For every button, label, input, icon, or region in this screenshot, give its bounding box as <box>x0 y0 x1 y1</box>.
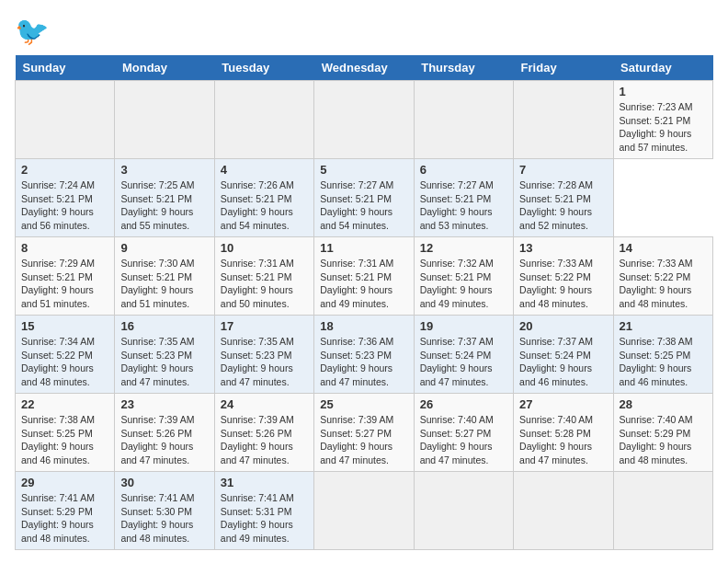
calendar-cell: 31Sunrise: 7:41 AMSunset: 5:31 PMDayligh… <box>214 472 313 550</box>
calendar-cell: 4Sunrise: 7:26 AMSunset: 5:21 PMDaylight… <box>214 159 313 237</box>
calendar-week-4: 22Sunrise: 7:38 AMSunset: 5:25 PMDayligh… <box>16 394 713 472</box>
day-info: Sunrise: 7:25 AMSunset: 5:21 PMDaylight:… <box>120 178 208 233</box>
calendar-cell: 30Sunrise: 7:41 AMSunset: 5:30 PMDayligh… <box>115 472 214 550</box>
day-info: Sunrise: 7:39 AMSunset: 5:27 PMDaylight:… <box>320 413 407 467</box>
calendar-cell: 18Sunrise: 7:36 AMSunset: 5:23 PMDayligh… <box>314 316 414 394</box>
day-number: 12 <box>420 241 507 255</box>
day-number: 11 <box>320 241 407 255</box>
calendar-cell: 10Sunrise: 7:31 AMSunset: 5:21 PMDayligh… <box>214 237 313 316</box>
column-header-sunday: Sunday <box>16 55 115 81</box>
calendar-cell: 15Sunrise: 7:34 AMSunset: 5:22 PMDayligh… <box>16 316 115 394</box>
page-header: 🐦 <box>15 15 713 48</box>
calendar-cell <box>514 472 613 550</box>
day-number: 19 <box>420 319 507 333</box>
calendar-cell <box>214 81 313 159</box>
day-info: Sunrise: 7:41 AMSunset: 5:30 PMDaylight:… <box>120 491 208 546</box>
calendar-cell: 27Sunrise: 7:40 AMSunset: 5:28 PMDayligh… <box>514 394 613 472</box>
column-header-saturday: Saturday <box>613 55 712 81</box>
day-number: 30 <box>120 476 208 489</box>
calendar-cell <box>16 81 115 159</box>
day-number: 23 <box>120 397 208 411</box>
day-info: Sunrise: 7:38 AMSunset: 5:25 PMDaylight:… <box>620 335 707 389</box>
column-header-monday: Monday <box>115 55 214 81</box>
day-info: Sunrise: 7:33 AMSunset: 5:22 PMDaylight:… <box>620 257 707 311</box>
day-info: Sunrise: 7:40 AMSunset: 5:29 PMDaylight:… <box>620 413 707 467</box>
calendar-cell: 6Sunrise: 7:27 AMSunset: 5:21 PMDaylight… <box>414 159 513 237</box>
calendar-cell: 16Sunrise: 7:35 AMSunset: 5:23 PMDayligh… <box>115 316 214 394</box>
calendar-week-3: 15Sunrise: 7:34 AMSunset: 5:22 PMDayligh… <box>16 316 713 394</box>
calendar-cell <box>314 472 414 550</box>
day-info: Sunrise: 7:34 AMSunset: 5:22 PMDaylight:… <box>21 335 108 389</box>
calendar-cell: 14Sunrise: 7:33 AMSunset: 5:22 PMDayligh… <box>613 237 712 316</box>
calendar-cell: 28Sunrise: 7:40 AMSunset: 5:29 PMDayligh… <box>613 394 712 472</box>
day-info: Sunrise: 7:40 AMSunset: 5:27 PMDaylight:… <box>420 413 507 467</box>
column-header-thursday: Thursday <box>414 55 513 81</box>
calendar-cell <box>414 472 513 550</box>
day-number: 10 <box>221 241 308 255</box>
day-number: 25 <box>320 397 407 411</box>
day-number: 7 <box>519 163 607 177</box>
logo-icon: 🐦 <box>15 15 48 48</box>
day-number: 22 <box>21 397 108 411</box>
day-number: 21 <box>620 319 707 333</box>
calendar-cell: 21Sunrise: 7:38 AMSunset: 5:25 PMDayligh… <box>613 316 712 394</box>
calendar-cell: 5Sunrise: 7:27 AMSunset: 5:21 PMDaylight… <box>314 159 414 237</box>
day-info: Sunrise: 7:31 AMSunset: 5:21 PMDaylight:… <box>320 257 407 311</box>
day-number: 15 <box>21 319 108 333</box>
day-number: 5 <box>320 163 407 177</box>
day-number: 3 <box>120 163 208 177</box>
calendar-table: SundayMondayTuesdayWednesdayThursdayFrid… <box>15 55 713 550</box>
day-info: Sunrise: 7:41 AMSunset: 5:31 PMDaylight:… <box>221 491 308 546</box>
day-number: 4 <box>221 163 308 177</box>
calendar-cell: 23Sunrise: 7:39 AMSunset: 5:26 PMDayligh… <box>115 394 214 472</box>
day-info: Sunrise: 7:41 AMSunset: 5:29 PMDaylight:… <box>21 491 108 546</box>
day-info: Sunrise: 7:39 AMSunset: 5:26 PMDaylight:… <box>221 413 308 467</box>
calendar-cell: 9Sunrise: 7:30 AMSunset: 5:21 PMDaylight… <box>115 237 214 316</box>
day-number: 8 <box>21 241 108 255</box>
day-number: 16 <box>120 319 208 333</box>
day-number: 17 <box>221 319 308 333</box>
day-info: Sunrise: 7:23 AMSunset: 5:21 PMDaylight:… <box>620 100 707 155</box>
calendar-cell: 17Sunrise: 7:35 AMSunset: 5:23 PMDayligh… <box>214 316 313 394</box>
day-number: 27 <box>519 397 607 411</box>
day-info: Sunrise: 7:37 AMSunset: 5:24 PMDaylight:… <box>420 335 507 389</box>
day-number: 6 <box>420 163 507 177</box>
calendar-cell: 20Sunrise: 7:37 AMSunset: 5:24 PMDayligh… <box>514 316 613 394</box>
calendar-cell: 25Sunrise: 7:39 AMSunset: 5:27 PMDayligh… <box>314 394 414 472</box>
header-row: SundayMondayTuesdayWednesdayThursdayFrid… <box>16 55 713 81</box>
column-header-tuesday: Tuesday <box>214 55 313 81</box>
calendar-cell: 12Sunrise: 7:32 AMSunset: 5:21 PMDayligh… <box>414 237 513 316</box>
logo: 🐦 <box>15 15 51 48</box>
calendar-week-1: 2Sunrise: 7:24 AMSunset: 5:21 PMDaylight… <box>16 159 713 237</box>
calendar-cell: 26Sunrise: 7:40 AMSunset: 5:27 PMDayligh… <box>414 394 513 472</box>
calendar-cell: 3Sunrise: 7:25 AMSunset: 5:21 PMDaylight… <box>115 159 214 237</box>
column-header-friday: Friday <box>514 55 613 81</box>
day-info: Sunrise: 7:35 AMSunset: 5:23 PMDaylight:… <box>221 335 308 389</box>
day-info: Sunrise: 7:39 AMSunset: 5:26 PMDaylight:… <box>120 413 208 467</box>
calendar-cell: 2Sunrise: 7:24 AMSunset: 5:21 PMDaylight… <box>16 159 115 237</box>
day-info: Sunrise: 7:38 AMSunset: 5:25 PMDaylight:… <box>21 413 108 467</box>
day-info: Sunrise: 7:29 AMSunset: 5:21 PMDaylight:… <box>21 257 108 311</box>
calendar-cell: 19Sunrise: 7:37 AMSunset: 5:24 PMDayligh… <box>414 316 513 394</box>
calendar-week-2: 8Sunrise: 7:29 AMSunset: 5:21 PMDaylight… <box>16 237 713 316</box>
calendar-cell: 29Sunrise: 7:41 AMSunset: 5:29 PMDayligh… <box>16 472 115 550</box>
calendar-cell: 11Sunrise: 7:31 AMSunset: 5:21 PMDayligh… <box>314 237 414 316</box>
day-info: Sunrise: 7:27 AMSunset: 5:21 PMDaylight:… <box>320 178 407 233</box>
calendar-cell: 22Sunrise: 7:38 AMSunset: 5:25 PMDayligh… <box>16 394 115 472</box>
day-info: Sunrise: 7:35 AMSunset: 5:23 PMDaylight:… <box>120 335 208 389</box>
calendar-week-5: 29Sunrise: 7:41 AMSunset: 5:29 PMDayligh… <box>16 472 713 550</box>
day-number: 31 <box>221 476 308 489</box>
day-info: Sunrise: 7:33 AMSunset: 5:22 PMDaylight:… <box>519 257 607 311</box>
calendar-cell: 13Sunrise: 7:33 AMSunset: 5:22 PMDayligh… <box>514 237 613 316</box>
calendar-week-0: 1Sunrise: 7:23 AMSunset: 5:21 PMDaylight… <box>16 81 713 159</box>
calendar-cell: 8Sunrise: 7:29 AMSunset: 5:21 PMDaylight… <box>16 237 115 316</box>
day-number: 1 <box>620 85 707 98</box>
day-info: Sunrise: 7:37 AMSunset: 5:24 PMDaylight:… <box>519 335 607 389</box>
day-info: Sunrise: 7:24 AMSunset: 5:21 PMDaylight:… <box>21 178 108 233</box>
day-info: Sunrise: 7:36 AMSunset: 5:23 PMDaylight:… <box>320 335 407 389</box>
day-info: Sunrise: 7:30 AMSunset: 5:21 PMDaylight:… <box>120 257 208 311</box>
day-info: Sunrise: 7:27 AMSunset: 5:21 PMDaylight:… <box>420 178 507 233</box>
day-number: 29 <box>21 476 108 489</box>
calendar-cell: 1Sunrise: 7:23 AMSunset: 5:21 PMDaylight… <box>613 81 712 159</box>
day-info: Sunrise: 7:31 AMSunset: 5:21 PMDaylight:… <box>221 257 308 311</box>
